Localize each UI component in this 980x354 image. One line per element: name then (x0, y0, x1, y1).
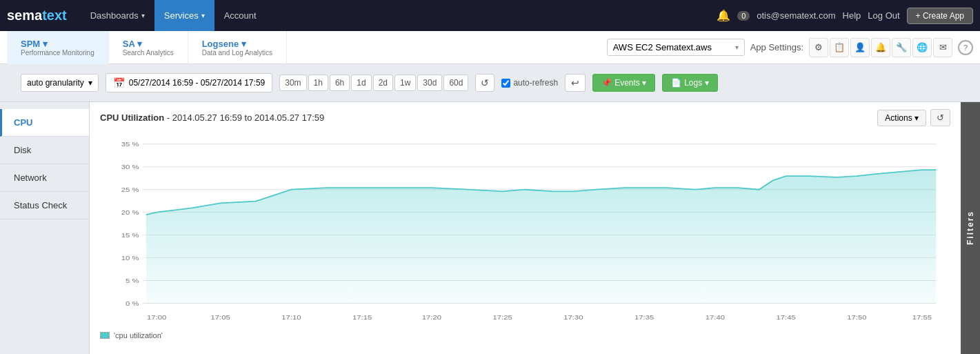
logsene-label: Logsene ▾ (202, 39, 272, 49)
sub-nav: SPM ▾ Performance Monitoring SA ▾ Search… (0, 31, 980, 64)
sub-nav-right: AWS EC2 Sematext.aws ▾ App Settings: ⚙ 📋… (607, 38, 973, 57)
auto-refresh-toggle[interactable]: auto-refresh (501, 78, 558, 88)
auto-refresh-label-text: auto-refresh (513, 78, 558, 88)
settings-globe-icon[interactable]: 🌐 (912, 38, 932, 57)
time-btn-30d[interactable]: 30d (417, 75, 442, 91)
time-btn-30m[interactable]: 30m (279, 75, 306, 91)
date-range-picker[interactable]: 📅 05/27/2014 16:59 - 05/27/2014 17:59 (106, 73, 273, 92)
settings-icons: ⚙ 📋 👤 🔔 🔧 🌐 ✉ (809, 38, 952, 57)
logs-icon: 📄 (671, 78, 681, 88)
sub-nav-left: SPM ▾ Performance Monitoring SA ▾ Search… (7, 31, 287, 64)
chart-title-main: CPU Utilization (100, 112, 164, 123)
settings-bell-icon[interactable]: 🔔 (871, 38, 890, 57)
svg-text:10 %: 10 % (121, 254, 139, 262)
app-selector[interactable]: AWS EC2 Sematext.aws ▾ (607, 39, 745, 56)
app-select-arrow-icon: ▾ (735, 43, 739, 51)
auto-refresh-checkbox[interactable] (501, 79, 510, 88)
time-btn-1w[interactable]: 1w (394, 75, 416, 91)
svg-text:17:35: 17:35 (634, 313, 654, 320)
time-btn-1h[interactable]: 1h (308, 75, 328, 91)
help-question-icon[interactable]: ? (958, 40, 973, 55)
chart-header: CPU Utilization - 2014.05.27 16:59 to 20… (100, 109, 950, 126)
filters-sidebar[interactable]: Filters (961, 102, 980, 354)
svg-text:25 %: 25 % (121, 186, 139, 193)
settings-clipboard-icon[interactable]: 📋 (830, 38, 849, 57)
sidebar-item-cpu[interactable]: CPU (0, 109, 89, 137)
notification-count: 0 (737, 11, 750, 21)
nav-item-account[interactable]: Account (214, 0, 266, 31)
svg-text:17:50: 17:50 (847, 313, 866, 320)
time-btn-1d[interactable]: 1d (351, 75, 371, 91)
svg-text:20 %: 20 % (121, 208, 139, 216)
granularity-selector[interactable]: auto granularity ▾ (21, 74, 99, 92)
settings-email-icon[interactable]: ✉ (933, 38, 952, 57)
svg-text:17:05: 17:05 (211, 313, 230, 320)
svg-text:17:25: 17:25 (492, 313, 512, 320)
sidebar-item-status-check[interactable]: Status Check (0, 192, 89, 219)
help-link[interactable]: Help (843, 10, 861, 21)
svg-text:17:30: 17:30 (563, 313, 583, 320)
settings-wrench-icon[interactable]: 🔧 (892, 38, 911, 57)
sa-desc: Search Analytics (123, 49, 174, 57)
svg-text:5 %: 5 % (126, 277, 139, 284)
nav-items: Dashboards ▾ Services ▾ Account (81, 0, 717, 31)
svg-text:35 %: 35 % (121, 140, 139, 148)
svg-text:30 %: 30 % (121, 163, 139, 170)
date-range-label: 05/27/2014 16:59 - 05/27/2014 17:59 (129, 78, 266, 88)
svg-text:17:45: 17:45 (776, 313, 795, 320)
logs-button[interactable]: 📄 Logs ▾ (662, 74, 717, 92)
chart-title-range: - 2014.05.27 16:59 to 2014.05.27 17:59 (167, 112, 324, 123)
nav-item-services[interactable]: Services ▾ (154, 0, 214, 31)
sa-label: SA ▾ (123, 39, 174, 49)
logout-link[interactable]: Log Out (868, 10, 899, 21)
spm-desc: Performance Monitoring (21, 49, 94, 57)
toolbar: auto granularity ▾ 📅 05/27/2014 16:59 - … (0, 64, 980, 102)
sub-nav-spm[interactable]: SPM ▾ Performance Monitoring (7, 31, 109, 64)
sub-nav-sa[interactable]: SA ▾ Search Analytics (109, 31, 188, 64)
top-nav: sema text Dashboards ▾ Services ▾ Accoun… (0, 0, 980, 31)
logo-sema: sema (7, 8, 42, 23)
granularity-label: auto granularity (27, 78, 84, 88)
time-btn-2d[interactable]: 2d (373, 75, 393, 91)
svg-text:17:00: 17:00 (147, 313, 166, 320)
time-btn-6h[interactable]: 6h (330, 75, 350, 91)
logo-text: text (42, 8, 67, 23)
sidebar-item-disk[interactable]: Disk (0, 137, 89, 164)
svg-text:17:10: 17:10 (281, 313, 301, 320)
user-email[interactable]: otis@sematext.com (757, 10, 835, 21)
svg-text:15 %: 15 % (121, 231, 139, 239)
nav-item-dashboards[interactable]: Dashboards ▾ (81, 0, 154, 31)
calendar-icon: 📅 (113, 77, 125, 88)
legend-color-box (100, 332, 110, 339)
sub-nav-logsene[interactable]: Logsene ▾ Data and Log Analytics (188, 31, 287, 64)
chart-area: CPU Utilization - 2014.05.27 16:59 to 20… (90, 102, 961, 354)
chart-refresh-button[interactable]: ↺ (930, 109, 950, 126)
app-select-label: AWS EC2 Sematext.aws (613, 42, 712, 52)
events-button[interactable]: 📌 Events ▾ (592, 74, 655, 92)
create-app-button[interactable]: + Create App (907, 8, 973, 24)
time-range-buttons: 30m 1h 6h 1d 2d 1w 30d 60d (279, 75, 468, 91)
settings-gear-icon[interactable]: ⚙ (809, 38, 828, 57)
chart-legend: 'cpu utilization' (100, 331, 950, 340)
undo-button[interactable]: ↩ (565, 74, 586, 92)
sidebar: CPU Disk Network Status Check (0, 102, 90, 354)
chart-actions: Actions ▾ ↺ (877, 109, 950, 126)
filters-label: Filters (966, 210, 975, 245)
logs-label: Logs ▾ (684, 78, 708, 88)
cpu-chart: 35 % 30 % 25 % 20 % 15 % 10 % 5 % 0 % 17… (100, 132, 950, 328)
time-btn-60d[interactable]: 60d (443, 75, 468, 91)
chart-actions-button[interactable]: Actions ▾ (877, 110, 926, 126)
main-content: CPU Disk Network Status Check CPU Utiliz… (0, 102, 980, 354)
settings-user-icon[interactable]: 👤 (850, 38, 870, 57)
svg-text:17:40: 17:40 (706, 313, 725, 320)
svg-text:0 %: 0 % (126, 299, 139, 307)
svg-marker-28 (146, 170, 937, 303)
chart-wrapper: 35 % 30 % 25 % 20 % 15 % 10 % 5 % 0 % 17… (100, 132, 950, 328)
logo: sema text (7, 8, 67, 23)
app-settings-label: App Settings: (750, 42, 803, 52)
nav-right: 🔔 0 otis@sematext.com Help Log Out + Cre… (717, 8, 973, 24)
notification-bell-icon: 🔔 (717, 9, 730, 22)
granularity-arrow-icon: ▾ (88, 78, 92, 88)
refresh-button[interactable]: ↺ (475, 74, 494, 92)
sidebar-item-network[interactable]: Network (0, 164, 89, 192)
